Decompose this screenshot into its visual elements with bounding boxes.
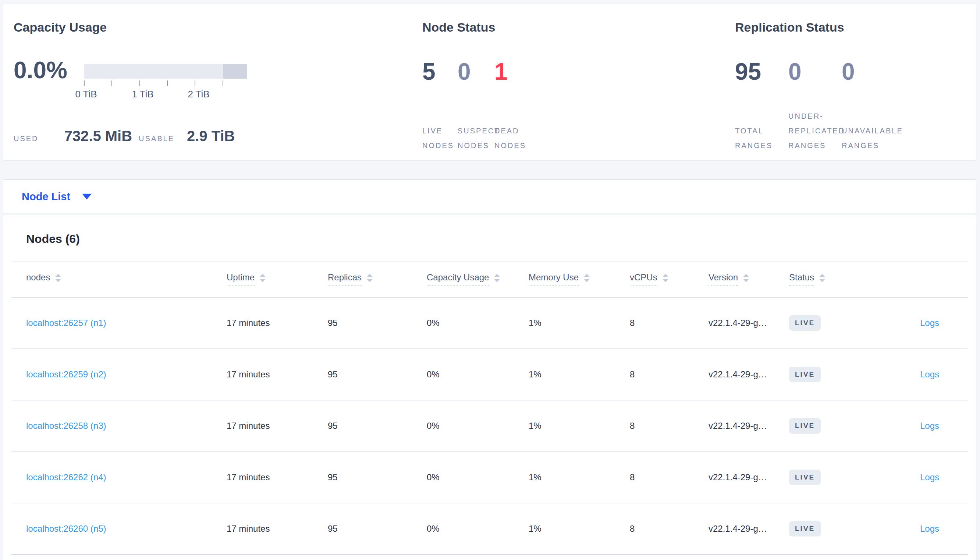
logs-link[interactable]: Logs — [920, 523, 939, 533]
version-cell: v22.1.4-29-g… — [709, 421, 789, 431]
node-link[interactable]: localhost:26260 (n5) — [26, 523, 106, 533]
node-link[interactable]: localhost:26258 (n3) — [26, 421, 106, 431]
memory-cell: 1% — [528, 523, 630, 534]
table-row: localhost:26262 (n4) 17 minutes 95 0% 1%… — [12, 452, 968, 503]
axis-label-0tib: 0 TiB — [75, 88, 97, 100]
memory-cell: 1% — [528, 369, 630, 380]
axis-tick — [84, 80, 85, 86]
table-row: localhost:26258 (n3) 17 minutes 95 0% 1%… — [12, 400, 968, 452]
axis-label-1tib: 1 TiB — [132, 88, 154, 100]
node-list-dropdown-label: Node List — [22, 191, 70, 203]
replicas-cell: 95 — [328, 472, 427, 482]
logs-link[interactable]: Logs — [920, 369, 939, 379]
column-header-replicas[interactable]: Replicas — [328, 272, 427, 287]
node-link[interactable]: localhost:26259 (n2) — [26, 369, 106, 379]
sort-icon[interactable] — [662, 274, 669, 282]
table-header-row: nodes Uptime Replicas Capacity Usage Mem… — [12, 262, 968, 298]
status-badge: LIVE — [789, 367, 821, 382]
status-badge: LIVE — [789, 521, 821, 537]
axis-tick — [167, 80, 168, 86]
under-replicated-ranges-label: UNDER- REPLICATED RANGES — [788, 109, 842, 153]
live-nodes-count: 5 — [422, 60, 458, 83]
vcpus-cell: 8 — [630, 318, 709, 328]
axis-tick — [222, 80, 223, 86]
sort-icon[interactable] — [743, 274, 749, 282]
node-status-labels: LIVE NODES SUSPECT NODES DEAD NODES — [422, 123, 526, 153]
column-header-capacity-usage[interactable]: Capacity Usage — [427, 272, 528, 287]
column-header-version[interactable]: Version — [709, 272, 789, 287]
status-badge: LIVE — [789, 470, 821, 485]
replicas-cell: 95 — [328, 318, 427, 328]
node-list-dropdown[interactable]: Node List — [3, 180, 976, 213]
replication-labels: TOTAL RANGES UNDER- REPLICATED RANGES UN… — [735, 109, 903, 153]
suspect-nodes-label: SUSPECT NODES — [458, 123, 494, 153]
dead-nodes-count: 1 — [494, 60, 508, 83]
used-label: USED — [13, 131, 38, 146]
capacity-usage-bar: 0 TiB 1 TiB 2 TiB — [84, 64, 247, 78]
status-badge: LIVE — [789, 418, 821, 433]
uptime-cell: 17 minutes — [227, 421, 328, 431]
dead-nodes-label: DEAD NODES — [494, 123, 526, 153]
capacity-cell: 0% — [427, 472, 528, 482]
sort-icon[interactable] — [367, 274, 373, 282]
sort-icon[interactable] — [494, 274, 500, 282]
column-header-memory-use[interactable]: Memory Use — [528, 272, 630, 287]
column-header-status[interactable]: Status — [789, 272, 868, 287]
capacity-bar-track — [84, 64, 247, 78]
status-badge: LIVE — [789, 315, 821, 331]
view-selector-bar: Node List — [3, 179, 976, 214]
sort-icon[interactable] — [819, 274, 825, 282]
vcpus-cell: 8 — [630, 523, 709, 534]
capacity-usage-section: Capacity Usage 0.0% 0 TiB 1 TiB 2 TiB — [13, 4, 411, 160]
uptime-cell: 17 minutes — [227, 369, 328, 380]
replicas-cell: 95 — [328, 523, 427, 534]
sort-icon[interactable] — [55, 274, 61, 282]
nodes-table-card: Nodes (6) nodes Uptime Replicas Capacity… — [3, 215, 976, 560]
used-value: 732.5 MiB — [64, 128, 132, 144]
table-row: localhost:26257 (n1) 17 minutes 95 0% 1%… — [12, 298, 968, 349]
replication-status-section: Replication Status 95 0 0 TOTAL RANGES U… — [735, 4, 970, 160]
live-nodes-label: LIVE NODES — [422, 123, 458, 153]
sort-icon[interactable] — [584, 274, 590, 282]
version-cell: v22.1.4-29-g… — [709, 523, 789, 534]
table-row: localhost:26259 (n2) 17 minutes 95 0% 1%… — [12, 349, 968, 400]
replicas-cell: 95 — [328, 369, 427, 380]
version-cell: v22.1.4-29-g… — [709, 318, 789, 328]
cluster-overview-page: Capacity Usage 0.0% 0 TiB 1 TiB 2 TiB — [0, 0, 980, 560]
capacity-cell: 0% — [427, 523, 528, 534]
nodes-heading: Nodes (6) — [26, 232, 976, 246]
logs-link[interactable]: Logs — [920, 472, 939, 482]
capacity-stats: USED 732.5 MiB USABLE 2.9 TiB — [13, 128, 235, 146]
vcpus-cell: 8 — [630, 472, 709, 482]
logs-link[interactable]: Logs — [920, 318, 939, 328]
under-replicated-ranges-count: 0 — [788, 60, 842, 83]
axis-label-2tib: 2 TiB — [187, 88, 209, 100]
capacity-used-percent: 0.0% — [13, 58, 67, 82]
capacity-usage-title: Capacity Usage — [13, 20, 107, 35]
sort-icon[interactable] — [260, 274, 266, 282]
usable-value: 2.9 TiB — [187, 128, 235, 144]
memory-cell: 1% — [528, 421, 630, 431]
cluster-summary-panel: Capacity Usage 0.0% 0 TiB 1 TiB 2 TiB — [3, 4, 976, 161]
column-header-vcpus[interactable]: vCPUs — [630, 272, 709, 287]
node-status-section: Node Status 5 0 1 LIVE NODES SUSPECT NOD… — [422, 4, 717, 160]
vcpus-cell: 8 — [630, 421, 709, 431]
axis-tick — [112, 80, 112, 86]
replication-values: 95 0 0 — [735, 60, 855, 83]
node-link[interactable]: localhost:26262 (n4) — [26, 472, 106, 482]
memory-cell: 1% — [528, 318, 630, 328]
column-header-nodes[interactable]: nodes — [26, 272, 227, 287]
node-status-values: 5 0 1 — [422, 60, 508, 83]
total-ranges-count: 95 — [735, 60, 788, 83]
logs-link[interactable]: Logs — [920, 421, 939, 431]
capacity-cell: 0% — [427, 421, 528, 431]
node-link[interactable]: localhost:26257 (n1) — [26, 318, 106, 328]
unavailable-ranges-label: UNAVAILABLE RANGES — [842, 109, 903, 153]
version-cell: v22.1.4-29-g… — [709, 472, 789, 482]
usable-label: USABLE — [139, 131, 174, 146]
nodes-table: nodes Uptime Replicas Capacity Usage Mem… — [12, 261, 968, 555]
column-header-uptime[interactable]: Uptime — [227, 272, 328, 287]
axis-tick — [195, 80, 195, 86]
vcpus-cell: 8 — [630, 369, 709, 380]
axis-tick — [139, 80, 140, 86]
